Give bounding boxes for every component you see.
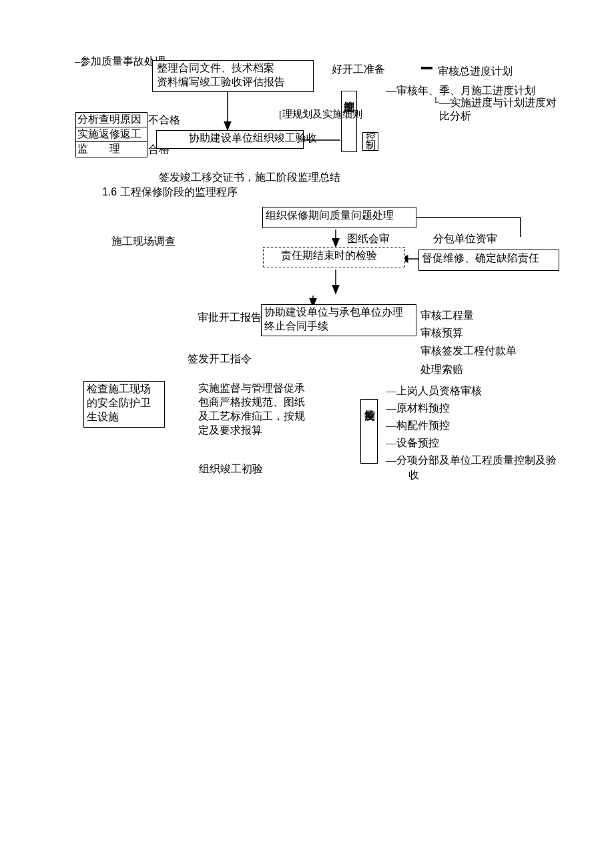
q-i5: —分项分部及单位工程质量控制及验 <box>386 454 557 468</box>
warranty-issue-box: 组织保修期间质量问题处理 <box>262 207 416 228</box>
schedule-compare: —实施进度与计划进度对 <box>439 96 557 110</box>
safety-box: 检查施工现场 的安全防护卫 生设施 <box>83 381 165 428</box>
quality-col: 质量控制 <box>360 399 378 464</box>
diagram-canvas: –参加质量事故处理 整理合同文件、技术档案 资料编写竣工验收评估报告 好开工准备… <box>0 0 614 868</box>
archive-l1: 整理合同文件、技术档案 <box>157 61 309 75</box>
rework: 实施返修返工 <box>76 127 147 142</box>
archive-l2: 资料编写竣工验收评估报告 <box>157 75 309 89</box>
cost-payment: 审核签发工程付款单 <box>420 344 517 358</box>
plan-rule: [理规划及实施细则 <box>279 108 362 121</box>
issue-start: 签发开工指令 <box>188 352 252 366</box>
unqualified: 不合格 <box>148 113 180 127</box>
impl-l1: 实施监督与管理督促承 <box>198 382 324 396</box>
assist-accept: 协助建设单位组织竣工验收 <box>160 132 317 143</box>
progress-col: 进度控制 <box>341 91 357 152</box>
schedule-compare2: 比分析 <box>439 109 471 123</box>
urge-repair: 督促维修、确定缺陷责任 <box>422 252 539 264</box>
terminate-l1: 协助建设单位与承包单位办理 <box>264 306 413 320</box>
impl-l3: 及工艺标准疝工，按规 <box>198 410 324 424</box>
impl-prelim: 组织竣工初验 <box>199 462 263 476</box>
end-check: 责任期结束时的检验 <box>266 250 377 261</box>
prep-text: 好开工准备 <box>332 63 385 77</box>
safety-l2: 的安全防护卫 <box>87 396 162 410</box>
q-i3: —构配件预控 <box>386 419 450 433</box>
supervise: 监 理 <box>76 142 147 156</box>
assist-accept-box: 协助建设单位组织竣工验收 <box>156 130 304 149</box>
terminate-box: 协助建设单位与承包单位办理 终止合同手续 <box>261 304 416 336</box>
q-i2: —原材料预控 <box>386 402 450 416</box>
impl-l2: 包商严格按规范、图纸 <box>198 396 324 410</box>
end-check-box: 责任期结束时的检验 <box>263 247 405 268</box>
cost-budget: 审核预算 <box>420 326 463 340</box>
survey: 施工现场调查 <box>111 235 176 249</box>
cost-claim: 处理索赔 <box>420 363 463 377</box>
mid-caption: 签发竣工移交证书，施工阶段监理总结 <box>159 171 340 185</box>
schedule-total: 审核总进度计划 <box>438 65 513 79</box>
left-stack: 分析查明原因 实施返修返工 监 理 <box>75 112 147 157</box>
heading: 1.6 工程保修阶段的监理程序 <box>102 185 238 199</box>
safety-l3: 生设施 <box>87 410 162 424</box>
terminate-l2: 终止合同手续 <box>264 320 413 334</box>
impl-l4: 定及要求报算 <box>198 424 324 438</box>
drawing-review: 图纸会审 <box>347 232 390 246</box>
safety-l1: 检查施工现场 <box>87 382 162 396</box>
warranty-issue: 组织保修期间质量问题处理 <box>266 209 394 221</box>
sub-review: 分包单位资审 <box>433 232 497 246</box>
analyze: 分析查明原因 <box>76 113 147 127</box>
cost-qty: 审核工程量 <box>420 309 474 323</box>
archive-box: 整理合同文件、技术档案 资料编写竣工验收评估报告 <box>152 60 314 92</box>
approve-start: 审批开工报告 <box>198 311 262 325</box>
impl-block: 实施监督与管理督促承 包商严格按规范、图纸 及工艺标准疝工，按规 定及要求报算 <box>198 382 324 438</box>
urge-repair-box: 督促维修、确定缺陷责任 <box>418 250 559 271</box>
ctrl-box: 控制 <box>362 132 378 151</box>
q-i5b: 收 <box>408 468 419 482</box>
q-i1: —上岗人员资格审核 <box>386 384 482 398</box>
q-i4: —设备预控 <box>386 436 439 450</box>
